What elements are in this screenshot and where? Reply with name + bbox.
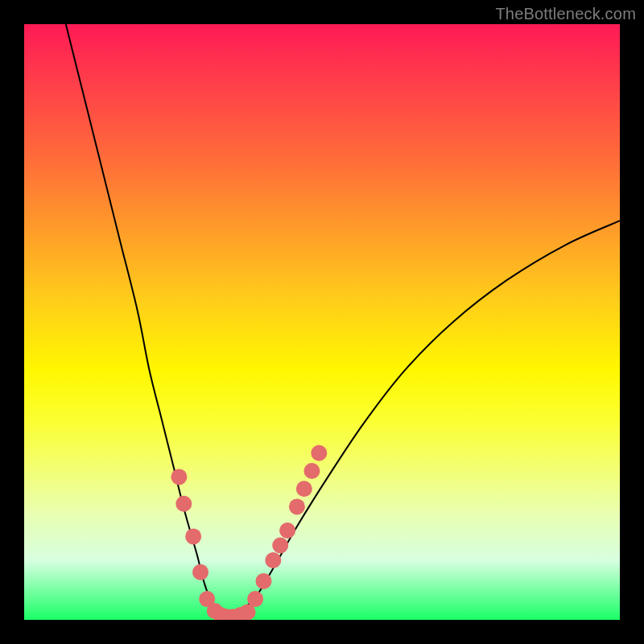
- watermark-text: TheBottleneck.com: [495, 5, 636, 23]
- data-point: [265, 552, 281, 568]
- data-point: [279, 522, 295, 539]
- data-point: [171, 469, 187, 485]
- data-point: [192, 564, 208, 580]
- data-point: [255, 573, 271, 589]
- bottleneck-curve: [66, 24, 620, 620]
- data-point: [289, 498, 305, 514]
- plot-area: [24, 24, 620, 620]
- data-point: [303, 463, 320, 479]
- data-point: [185, 528, 201, 544]
- data-point: [311, 445, 327, 461]
- data-point: [272, 538, 288, 554]
- chart-frame: TheBottleneck.com: [0, 0, 644, 644]
- data-point: [175, 496, 192, 512]
- curve-layer: [24, 24, 620, 620]
- data-point: [247, 591, 263, 607]
- data-point: [296, 481, 312, 497]
